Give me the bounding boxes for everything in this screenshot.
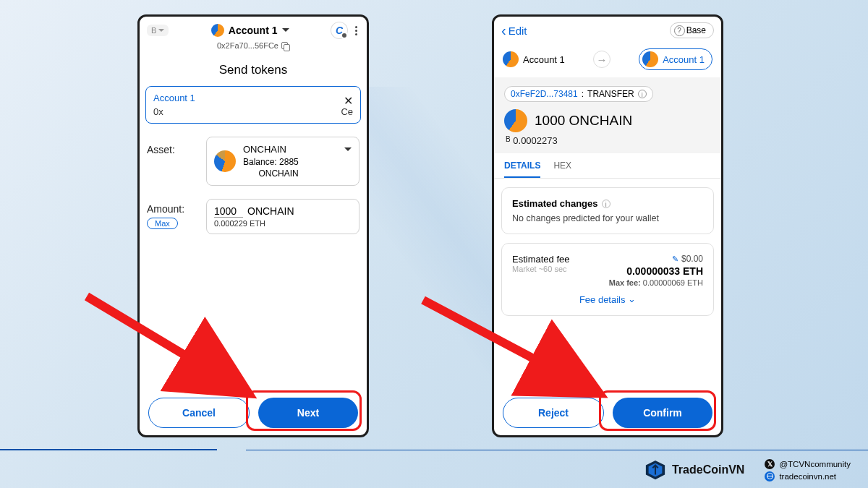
chevron-down-icon [344, 147, 352, 155]
brand: TradeCoinVN [644, 459, 744, 481]
fee-eth: 0.00000033 ETH [609, 265, 703, 277]
network-chip[interactable]: Base [670, 22, 714, 38]
account-address[interactable]: 0x2Fa70...56FCe [140, 41, 367, 56]
wallet-send-screen: B Account 1 C 0x2Fa70...56FCe Send token… [137, 14, 369, 437]
currency-symbol: B [506, 135, 511, 143]
divider [0, 449, 868, 450]
fee-label: Estimated fee [512, 254, 570, 265]
network-selector[interactable]: B [147, 25, 169, 36]
asset-name: ONCHAIN [243, 143, 299, 156]
account-selector[interactable]: Account 1 [211, 24, 289, 37]
destination-field[interactable]: Account 1 0x Ce ✕ [145, 86, 361, 124]
market-label: Market [512, 265, 537, 273]
info-icon: i [638, 90, 647, 98]
max-fee-label: Max fee: [609, 278, 641, 287]
clear-icon[interactable]: ✕ [344, 94, 353, 108]
destination-addr-prefix: 0x [153, 106, 163, 117]
amount-value: 1000 [214, 205, 243, 218]
avatar-icon [211, 24, 224, 37]
header: B Account 1 C [140, 17, 367, 41]
destination-account-label: Account 1 [153, 93, 353, 103]
amount-converted: 0.0002273 [513, 135, 557, 146]
avatar-icon [642, 51, 658, 67]
amount-row: Amount: Max 1000 ONCHAIN 0.000229 ETH [147, 199, 359, 234]
footer: TradeCoinVN 𝕏 @TCVNcommunity tradecoinvn… [0, 452, 868, 488]
reject-button[interactable]: Reject [503, 398, 604, 428]
chevron-down-icon [282, 28, 289, 35]
from-account[interactable]: Account 1 [503, 51, 565, 67]
coinbase-icon[interactable]: C [331, 22, 347, 38]
cancel-button[interactable]: Cancel [148, 398, 250, 428]
transfer-parties: Account 1 → Account 1 [494, 44, 721, 77]
tab-hex[interactable]: HEX [553, 160, 571, 178]
edit-fee-icon[interactable]: ✎ [672, 254, 678, 264]
summary-box: 0xFeF2D...73481 : TRANSFER i 1000 ONCHAI… [494, 77, 721, 153]
page-title: Send tokens [140, 56, 367, 86]
amount-converted: 0.000229 ETH [214, 219, 352, 228]
asset-row: Asset: ONCHAIN Balance: 2885 ONCHAIN [147, 137, 359, 186]
edit-back-button[interactable]: Edit [501, 25, 527, 37]
brand-name: TradeCoinVN [672, 463, 744, 476]
amount-label: Amount: [147, 203, 197, 215]
fee-usd: $0.00 [681, 254, 703, 264]
tabs: DETAILS HEX [494, 153, 721, 179]
chevron-down-icon: ⌄ [628, 294, 636, 304]
amount-unit: ONCHAIN [247, 205, 294, 217]
account-name: Account 1 [229, 25, 278, 36]
globe-icon [765, 471, 775, 481]
chevron-down-icon [158, 29, 164, 35]
amount-input[interactable]: 1000 ONCHAIN 0.000229 ETH [206, 199, 359, 234]
info-icon: i [602, 200, 610, 208]
balance-unit: ONCHAIN [243, 168, 299, 179]
highlight-annotation [246, 390, 362, 431]
highlight-annotation [599, 390, 716, 431]
menu-button[interactable] [353, 24, 359, 38]
contract-address: 0xFeF2D...73481 [511, 89, 578, 99]
avatar-icon [503, 51, 519, 67]
social-links: 𝕏 @TCVNcommunity tradecoinvn.net [765, 459, 851, 481]
arrow-right-icon: → [593, 51, 610, 68]
balance-value: 2885 [279, 157, 299, 167]
x-icon: 𝕏 [765, 459, 775, 469]
destination-addr-suffix: Ce [341, 106, 353, 117]
max-button[interactable]: Max [147, 218, 178, 229]
header: Edit Base [494, 17, 721, 44]
copy-icon [281, 42, 289, 50]
fee-details-toggle[interactable]: Fee details ⌄ [512, 294, 703, 305]
asset-selector[interactable]: ONCHAIN Balance: 2885 ONCHAIN [206, 137, 359, 186]
card-text: No changes predicted for your wallet [512, 213, 703, 223]
max-fee-value: 0.00000069 ETH [643, 278, 703, 287]
twitter-link[interactable]: 𝕏 @TCVNcommunity [765, 459, 851, 469]
asset-label: Asset: [147, 137, 197, 155]
estimated-fee-card: Estimated fee Market ~60 sec ✎ $0.00 0.0… [501, 243, 714, 316]
wallet-confirm-screen: Edit Base Account 1 → Account 1 0xFeF2D.… [492, 14, 723, 437]
contract-action: TRANSFER [587, 89, 634, 99]
contract-chip[interactable]: 0xFeF2D...73481 : TRANSFER i [504, 86, 653, 102]
card-title: Estimated changes [512, 198, 598, 209]
balance-label: Balance: [243, 157, 277, 167]
estimated-changes-card: Estimated changes i No changes predicted… [501, 187, 714, 234]
transfer-amount: 1000 ONCHAIN [535, 113, 632, 129]
token-icon [214, 150, 236, 172]
network-short: B [151, 26, 156, 35]
to-account[interactable]: Account 1 [639, 48, 712, 70]
token-icon [504, 109, 527, 132]
market-time: ~60 sec [539, 265, 567, 273]
tab-details[interactable]: DETAILS [504, 160, 540, 178]
website-link[interactable]: tradecoinvn.net [765, 471, 851, 481]
brand-logo-icon [644, 459, 666, 481]
